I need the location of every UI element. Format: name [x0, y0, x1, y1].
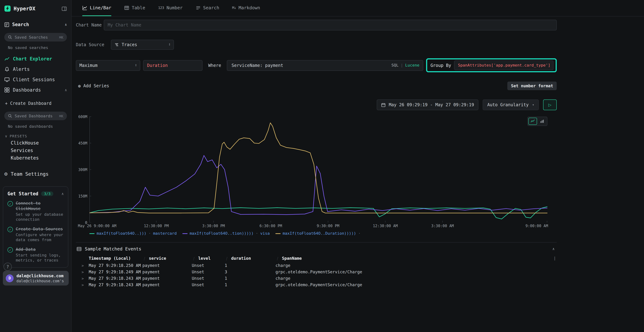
monitor-icon — [4, 77, 10, 82]
col-spanname[interactable]: ⋮SpanName — [276, 256, 550, 261]
checklist-item-connect[interactable]: ✓ Connect to ClickHouse Set up your data… — [8, 201, 64, 222]
collapse-panel-icon[interactable]: ∧ — [552, 247, 554, 251]
tab-search[interactable]: Search — [196, 0, 219, 16]
table-row[interactable]: > May 27 9:29:18.243 AM payment Unset 1 … — [76, 275, 557, 282]
chevron-up-icon[interactable]: ∧ — [65, 22, 67, 26]
chart-area: 0150M300M450M600M May 26 9:00:00 AM12:30… — [76, 115, 557, 236]
chart-legend: maxIf(toFloat64O..))) · mastercard maxIf… — [90, 231, 557, 236]
column-divider-icon: ⋮ — [142, 256, 146, 260]
series-actions-row: ⊕ Add Series Set number format — [76, 82, 557, 90]
search-icon — [8, 114, 12, 118]
create-dashboard-button[interactable]: + Create Dashboard — [5, 101, 71, 106]
lucene-toggle[interactable]: Lucene — [405, 63, 420, 68]
add-series-button[interactable]: ⊕ Add Series — [76, 83, 109, 88]
preset-item-kubernetes[interactable]: Kubernetes — [11, 155, 71, 161]
chart-name-label: Chart Name — [76, 22, 104, 28]
where-input[interactable] — [231, 62, 389, 68]
checklist-item-adddata[interactable]: ✓ Add Data Start sending logs, metrics, … — [8, 247, 64, 263]
saved-dashboards-input[interactable]: Saved Dashboards ⌘K — [4, 112, 67, 120]
legend-dash-0 — [90, 233, 94, 234]
preset-item-services[interactable]: Services — [11, 148, 71, 153]
sidebar-item-alerts[interactable]: Alerts — [0, 64, 71, 74]
events-header[interactable]: Sample Matched Events ∧ — [76, 242, 557, 254]
checklist-item-datasources[interactable]: ✓ Create Data Sources Configure where yo… — [8, 226, 64, 242]
tab-line-bar[interactable]: Line/Bar — [82, 0, 111, 16]
chevron-up-icon[interactable]: ∧ — [62, 192, 64, 196]
expand-row-icon[interactable]: > — [82, 276, 89, 280]
table-row[interactable]: > May 27 9:29:18.243 AM payment Unset 1 … — [76, 282, 557, 288]
field-input[interactable] — [143, 60, 202, 71]
preset-item-clickhouse[interactable]: ClickHouse — [11, 140, 71, 146]
team-settings-button[interactable]: ⚙ Team Settings — [4, 171, 71, 177]
search-icon — [8, 35, 12, 39]
col-service[interactable]: ⋮service — [142, 256, 192, 261]
chart-name-input[interactable] — [104, 20, 557, 30]
bar-chart-toggle-icon[interactable] — [538, 118, 546, 125]
col-duration[interactable]: ⋮duration — [225, 256, 276, 261]
circled-plus-icon: ⊕ — [78, 83, 81, 88]
aggregation-select[interactable]: Maximum ▴▾ — [76, 60, 140, 71]
sql-toggle[interactable]: SQL — [392, 63, 398, 68]
gear-icon: ⚙ — [4, 171, 8, 177]
progress-badge: 3/3 — [41, 192, 53, 196]
search-section-icon — [4, 22, 9, 27]
expand-row-icon[interactable]: > — [82, 270, 89, 274]
group-by-label: Group By — [430, 63, 451, 68]
table-row[interactable]: > May 27 9:29:18.249 AM payment Unset 3 … — [76, 269, 557, 275]
sidebar-item-chart-explorer[interactable]: Chart Explorer — [0, 54, 71, 64]
sidebar-section-search[interactable]: Search ∧ — [0, 22, 71, 27]
legend-item-visa[interactable]: maxIf(toFloat64O..tion))))) · visa — [182, 231, 270, 236]
table-row[interactable]: > May 27 9:29:18.250 AM payment Unset 1 … — [76, 262, 557, 269]
tab-number[interactable]: 123 Number — [158, 0, 183, 16]
x-axis-labels: May 26 9:00:00 AM12:30:00 PM3:30:00 PM6:… — [90, 222, 548, 228]
chevron-up-icon[interactable]: ∧ — [65, 88, 67, 92]
avatar: D — [6, 274, 14, 282]
data-source-label: Data Source — [76, 42, 111, 47]
expand-row-icon[interactable]: > — [82, 264, 89, 268]
shortcut-badge: ⌘K — [59, 114, 63, 118]
line-chart-toggle-icon[interactable] — [528, 118, 537, 125]
run-query-button[interactable]: ▷ — [543, 100, 557, 110]
line-chart[interactable]: 0150M300M450M600M May 26 9:00:00 AM12:30… — [76, 115, 557, 228]
legend-item-mastercard[interactable]: maxIf(toFloat64O..))) · mastercard — [90, 231, 177, 236]
series-config-row: Maximum ▴▾ Where SQL | Lucene Group By — [76, 58, 557, 72]
where-filter: SQL | Lucene — [227, 60, 423, 71]
table-options-icon[interactable]: ⋮ — [550, 256, 557, 261]
collapse-sidebar-icon[interactable] — [62, 6, 67, 11]
middot-icon: · — [358, 231, 360, 236]
brand-name: HyperDX — [14, 6, 36, 12]
user-menu[interactable]: D dale@clickhouse.com dale@clickhouse.co… — [3, 271, 69, 286]
line-chart-icon — [82, 5, 87, 10]
where-label: Where — [208, 63, 221, 68]
help-button[interactable]: ? — [4, 262, 12, 271]
events-table-icon — [76, 246, 82, 251]
plus-icon: + — [5, 101, 8, 106]
sample-matched-events-panel: Sample Matched Events ∧ Timestamp (Local… — [76, 242, 557, 288]
tab-table[interactable]: Table — [124, 0, 145, 16]
chart-canvas — [90, 115, 548, 222]
expand-row-icon[interactable]: > — [82, 283, 89, 287]
sidebar-item-client-sessions[interactable]: Client Sessions — [0, 74, 71, 85]
get-started-card: Get Started 3/3 ∧ ✓ Connect to ClickHous… — [3, 186, 68, 268]
content: Chart Name Data Source Traces ▴▾ Maximum… — [76, 20, 557, 288]
set-number-format-button[interactable]: Set number format — [508, 82, 557, 90]
display-type-tabs: Line/Bar Table 123 Number Search M↓ Mark… — [72, 0, 644, 16]
saved-searches-input[interactable]: Saved Searches ⌘K — [4, 33, 67, 42]
traces-icon — [114, 42, 119, 47]
tab-markdown[interactable]: M↓ Markdown — [232, 0, 260, 16]
app-root: HyperDX Search ∧ Saved Searches ⌘K No sa… — [0, 0, 644, 332]
chart-name-row: Chart Name — [76, 20, 557, 30]
column-divider-icon: ⋮ — [192, 256, 195, 260]
data-source-select[interactable]: Traces ▴▾ — [111, 40, 174, 50]
col-timestamp[interactable]: Timestamp (Local) — [89, 256, 142, 261]
presets-header[interactable]: ∨ PRESETS — [5, 134, 71, 138]
saved-searches-placeholder: Saved Searches — [15, 35, 56, 40]
group-by-input[interactable] — [454, 60, 554, 70]
table-icon — [124, 5, 129, 10]
date-range-picker[interactable]: May 26 09:29:19 - May 27 09:29:19 — [376, 100, 478, 110]
legend-item-empty[interactable]: maxIf(toFloat64O..Duration))))) · — [276, 231, 363, 236]
granularity-select[interactable]: Auto Granularity ▾ — [483, 100, 539, 110]
col-level[interactable]: ⋮level — [192, 256, 225, 261]
get-started-header[interactable]: Get Started 3/3 ∧ — [8, 191, 64, 196]
sidebar-item-dashboards[interactable]: Dashboards ∧ — [0, 85, 71, 95]
